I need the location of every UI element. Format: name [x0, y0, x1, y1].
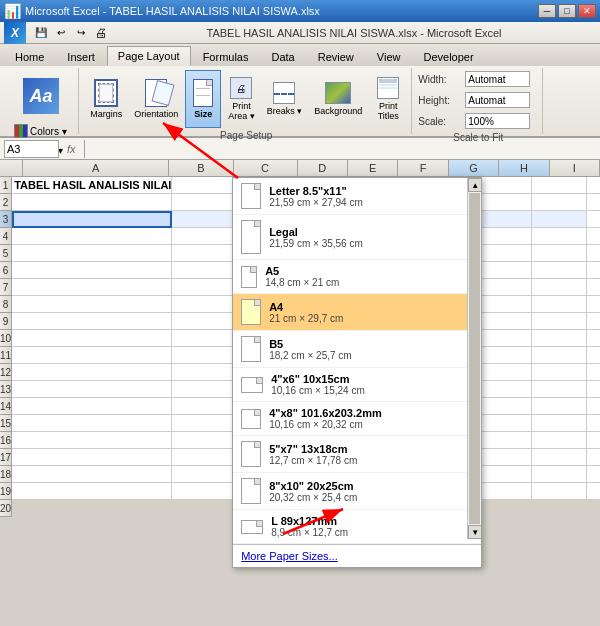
- cell-h2[interactable]: [532, 194, 587, 211]
- scroll-down-button[interactable]: ▼: [468, 525, 482, 539]
- row-header-18: 18: [0, 466, 12, 483]
- cell-g1[interactable]: [477, 177, 532, 194]
- row-header-13: 13: [0, 381, 12, 398]
- size-item-l89[interactable]: L 89x127mm 8,9 cm × 12,7 cm: [233, 510, 481, 544]
- col-header-g: G: [449, 160, 499, 177]
- cell-a1[interactable]: TABEL HASIL ANALISIS NILAI SISWA: [12, 177, 172, 194]
- item-size-4x6: 10,16 cm × 15,24 cm: [271, 385, 365, 396]
- row-header-11: 11: [0, 347, 12, 364]
- item-text-4x8: 4"x8" 101.6x203.2mm 10,16 cm × 20,32 cm: [269, 407, 382, 430]
- item-size-legal: 21,59 cm × 35,56 cm: [269, 238, 363, 249]
- background-button[interactable]: Background: [309, 70, 367, 128]
- close-button[interactable]: ✕: [578, 4, 596, 18]
- col-header-e: E: [348, 160, 398, 177]
- cell-g3[interactable]: [477, 211, 532, 228]
- item-name-letter: Letter 8.5"x11": [269, 185, 363, 197]
- maximize-button[interactable]: □: [558, 4, 576, 18]
- breaks-button[interactable]: Breaks ▾: [262, 70, 308, 128]
- tab-insert[interactable]: Insert: [56, 47, 106, 66]
- item-size-5x7: 12,7 cm × 17,78 cm: [269, 455, 357, 466]
- tab-review[interactable]: Review: [307, 47, 365, 66]
- themes-button[interactable]: Aa: [15, 70, 67, 122]
- minimize-button[interactable]: ─: [538, 4, 556, 18]
- size-item-a4[interactable]: A4 21 cm × 29,7 cm: [233, 294, 481, 331]
- tab-home[interactable]: Home: [4, 47, 55, 66]
- title-bar-text: Microsoft Excel - TABEL HASIL ANALISIS N…: [25, 5, 538, 17]
- more-paper-sizes-link[interactable]: More Paper Sizes...: [233, 544, 481, 567]
- grid-body: 1 2 3 4 5 6 7 8 9 10 11 12 13 14 15 16 1…: [0, 177, 600, 626]
- row-header-5: 5: [0, 245, 12, 262]
- print-area-button[interactable]: 🖨 Print Area ▾: [223, 70, 260, 128]
- dropdown-scrollbar[interactable]: ▲ ▼: [467, 178, 481, 539]
- cell-i2[interactable]: [587, 194, 600, 211]
- scale-label-text: Scale:: [418, 116, 463, 127]
- col-header-d: D: [298, 160, 348, 177]
- col-header-h: H: [499, 160, 549, 177]
- cell-g2[interactable]: [477, 194, 532, 211]
- size-item-4x6[interactable]: 4"x6" 10x15cm 10,16 cm × 15,24 cm: [233, 368, 481, 402]
- item-size-a5: 14,8 cm × 21 cm: [265, 277, 339, 288]
- height-input[interactable]: [465, 92, 530, 108]
- quick-print-button[interactable]: 🖨: [92, 24, 110, 42]
- tab-data[interactable]: Data: [260, 47, 305, 66]
- item-text-5x7: 5"x7" 13x18cm 12,7 cm × 17,78 cm: [269, 443, 357, 466]
- col-header-f: F: [398, 160, 448, 177]
- tab-developer[interactable]: Developer: [412, 47, 484, 66]
- tab-view[interactable]: View: [366, 47, 412, 66]
- print-titles-button[interactable]: Print Titles: [369, 70, 407, 128]
- item-name-5x7: 5"x7" 13x18cm: [269, 443, 357, 455]
- paper-icon-4x8: [241, 409, 261, 429]
- size-item-8x10[interactable]: 8"x10" 20x25cm 20,32 cm × 25,4 cm: [233, 473, 481, 510]
- cell-i1[interactable]: [587, 177, 600, 194]
- cell-a2[interactable]: [12, 194, 172, 211]
- margins-icon: [94, 79, 118, 107]
- scroll-up-button[interactable]: ▲: [468, 178, 482, 192]
- item-text-a5: A5 14,8 cm × 21 cm: [265, 265, 339, 288]
- colors-button[interactable]: Colors ▾: [10, 122, 72, 140]
- scale-group-label: Scale to Fit: [453, 130, 503, 143]
- cell-a3[interactable]: [12, 211, 172, 228]
- row-header-17: 17: [0, 449, 12, 466]
- row-header-16: 16: [0, 432, 12, 449]
- scale-input[interactable]: [465, 113, 530, 129]
- size-item-letter[interactable]: Letter 8.5"x11" 21,59 cm × 27,94 cm: [233, 178, 481, 215]
- tab-formulas[interactable]: Formulas: [192, 47, 260, 66]
- colors-icon: [14, 124, 28, 138]
- cell-h1[interactable]: [532, 177, 587, 194]
- size-button[interactable]: Size: [185, 70, 221, 128]
- height-label: Height:: [418, 95, 463, 106]
- undo-button[interactable]: ↩: [52, 24, 70, 42]
- themes-group: Aa Colors ▾ A Fonts ▾ Effects ▾ Themes: [4, 68, 79, 134]
- row-header-4: 4: [0, 228, 12, 245]
- item-size-a4: 21 cm × 29,7 cm: [269, 313, 343, 324]
- width-input[interactable]: [465, 71, 530, 87]
- page-setup-group: Margins Orientation Size 🖨 Print: [81, 68, 412, 134]
- size-item-a5[interactable]: A5 14,8 cm × 21 cm: [233, 260, 481, 294]
- cell-i3[interactable]: [587, 211, 600, 228]
- row-header-20: 20: [0, 500, 12, 517]
- item-name-8x10: 8"x10" 20x25cm: [269, 480, 357, 492]
- cell-h3[interactable]: [532, 211, 587, 228]
- redo-button[interactable]: ↪: [72, 24, 90, 42]
- size-item-4x8[interactable]: 4"x8" 101.6x203.2mm 10,16 cm × 20,32 cm: [233, 402, 481, 436]
- app-logo: X: [4, 22, 26, 44]
- size-item-b5[interactable]: B5 18,2 cm × 25,7 cm: [233, 331, 481, 368]
- scroll-thumb[interactable]: [469, 193, 480, 524]
- orientation-button[interactable]: Orientation: [129, 70, 183, 128]
- paper-icon-b5: [241, 336, 261, 362]
- grid-cells: TABEL HASIL ANALISIS NILAI SISWA: [12, 177, 600, 626]
- paper-icon-4x6: [241, 377, 263, 393]
- item-text-letter: Letter 8.5"x11" 21,59 cm × 27,94 cm: [269, 185, 363, 208]
- scale-to-fit-group: Width: Height: Scale: Scale to Fit: [414, 68, 543, 134]
- paper-icon-8x10: [241, 478, 261, 504]
- margins-button[interactable]: Margins: [85, 70, 127, 128]
- row-header-2: 2: [0, 194, 12, 211]
- width-label: Width:: [418, 74, 463, 85]
- title-bar: 📊 Microsoft Excel - TABEL HASIL ANALISIS…: [0, 0, 600, 22]
- row-headers: 1 2 3 4 5 6 7 8 9 10 11 12 13 14 15 16 1…: [0, 177, 12, 626]
- size-item-legal[interactable]: Legal 21,59 cm × 35,56 cm: [233, 215, 481, 260]
- size-item-5x7[interactable]: 5"x7" 13x18cm 12,7 cm × 17,78 cm: [233, 436, 481, 473]
- item-text-4x6: 4"x6" 10x15cm 10,16 cm × 15,24 cm: [271, 373, 365, 396]
- save-quick-button[interactable]: 💾: [32, 24, 50, 42]
- tab-page-layout[interactable]: Page Layout: [107, 46, 191, 66]
